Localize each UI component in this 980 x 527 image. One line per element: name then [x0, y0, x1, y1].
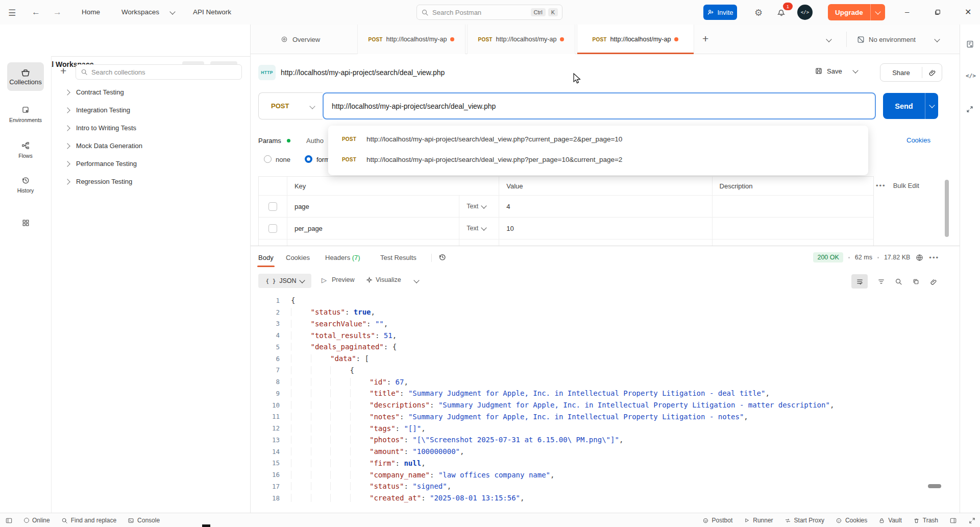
request-tab[interactable]: POSThttp://localhost/my-ap: [577, 25, 694, 54]
wrap-text-button[interactable]: [851, 274, 868, 289]
tab-authorization-partial[interactable]: Autho: [306, 137, 324, 145]
url-suggestion[interactable]: POSThttp://localhost/my-api-project/sear…: [328, 149, 868, 170]
statusbar-item-trash[interactable]: Trash: [913, 517, 938, 524]
statusbar-item-find-and-replace[interactable]: Find and replace: [61, 517, 116, 524]
param-value[interactable]: 4: [499, 196, 712, 217]
param-description[interactable]: [713, 196, 873, 217]
add-collection-button[interactable]: +: [60, 65, 66, 77]
collection-item[interactable]: Contract Testing: [53, 83, 248, 101]
forward-icon[interactable]: →: [53, 7, 62, 17]
collection-item[interactable]: Integration Testing: [53, 101, 248, 119]
response-history-icon[interactable]: [438, 253, 447, 261]
nav-home[interactable]: Home: [82, 8, 100, 16]
new-tab-button[interactable]: +: [702, 33, 708, 45]
param-type-select[interactable]: Text: [459, 218, 499, 239]
body-format-select[interactable]: { } JSON: [258, 274, 311, 288]
response-tab-test-results[interactable]: Test Results: [380, 254, 416, 261]
sidebar-item-flows[interactable]: Flows: [0, 141, 51, 159]
sidebar-item-more[interactable]: [0, 219, 51, 227]
body-mode-none-radio[interactable]: [264, 155, 272, 163]
more-options-icon[interactable]: •••: [876, 182, 886, 189]
response-divider[interactable]: [251, 246, 960, 246]
upgrade-button[interactable]: Upgrade: [828, 4, 885, 20]
bulk-edit-button[interactable]: Bulk Edit: [893, 182, 919, 189]
minimize-button[interactable]: –: [905, 7, 909, 16]
param-key[interactable]: per_page: [287, 218, 459, 239]
sidebar-item-collections[interactable]: Collections: [7, 62, 44, 91]
response-scrollbar[interactable]: [928, 484, 941, 488]
row-checkbox[interactable]: [268, 224, 277, 233]
preview-button[interactable]: Preview: [332, 276, 354, 283]
response-tab-cookies[interactable]: Cookies: [286, 254, 310, 261]
row-checkbox[interactable]: [268, 202, 277, 211]
response-more-options-icon[interactable]: •••: [929, 254, 939, 261]
collection-item[interactable]: Performance Testing: [53, 155, 248, 173]
url-suggestion[interactable]: POSThttp://localhost/my-api-project/sear…: [328, 129, 868, 149]
copy-icon[interactable]: [912, 278, 920, 285]
url-input[interactable]: http://localhost/my-api-project/search/d…: [323, 92, 876, 119]
search-response-icon[interactable]: [895, 278, 902, 285]
tab-params[interactable]: Params: [258, 137, 281, 145]
cookies-link[interactable]: Cookies: [906, 136, 930, 144]
param-type-select[interactable]: Text: [459, 196, 499, 217]
method-select[interactable]: POST: [258, 92, 323, 119]
share-button[interactable]: Share: [880, 69, 922, 77]
param-value[interactable]: 10: [499, 218, 712, 239]
response-body-json[interactable]: 1{2"status": true,3"searchValue": "",4"t…: [255, 295, 949, 504]
request-tab[interactable]: POSThttp://localhost/my-ap: [357, 25, 465, 54]
nav-workspaces[interactable]: Workspaces: [121, 8, 159, 16]
send-button[interactable]: Send: [883, 93, 925, 119]
link-response-icon[interactable]: [929, 278, 937, 285]
environment-selector[interactable]: No environment: [869, 36, 916, 43]
save-button[interactable]: Save: [815, 67, 857, 75]
environment-quick-look-icon[interactable]: [966, 40, 974, 49]
response-tab-headers[interactable]: Headers (7): [325, 254, 360, 261]
statusbar-item-console[interactable]: Console: [128, 517, 160, 524]
response-tab-body[interactable]: Body: [258, 254, 274, 261]
send-options-button[interactable]: [925, 93, 938, 119]
menu-icon[interactable]: ☰: [8, 8, 16, 18]
expand-icon[interactable]: [968, 517, 976, 524]
table-scrollbar[interactable]: [945, 180, 949, 237]
collection-item[interactable]: Mock Data Generation: [53, 137, 248, 155]
visualize-button[interactable]: Visualize: [376, 276, 401, 283]
copy-link-button[interactable]: [922, 68, 942, 77]
body-mode-form-radio[interactable]: [305, 155, 312, 163]
visualize-chevron-icon[interactable]: [413, 277, 419, 283]
nav-api-network[interactable]: API Network: [193, 8, 231, 16]
status-badge[interactable]: 200 OK: [813, 252, 843, 262]
close-button[interactable]: ✕: [965, 7, 971, 17]
maximize-button[interactable]: [934, 9, 941, 16]
filter-icon[interactable]: [877, 278, 885, 285]
sidebar-item-history[interactable]: History: [0, 176, 51, 194]
statusbar-item-vault[interactable]: Vault: [878, 517, 901, 524]
statusbar-item-runner[interactable]: Runner: [744, 517, 773, 524]
statusbar-item-start-proxy[interactable]: Start Proxy: [785, 517, 824, 524]
panel-toggle-icon[interactable]: [949, 517, 957, 524]
response-size[interactable]: 17.82 KB: [884, 254, 910, 261]
invite-button[interactable]: Invite: [703, 5, 737, 20]
sidebar-main-divider[interactable]: [250, 25, 251, 513]
code-snippet-icon[interactable]: </>: [966, 73, 976, 79]
sidebar-item-environments[interactable]: Environments: [0, 105, 51, 123]
collection-item[interactable]: Regression Testing: [53, 173, 248, 190]
globe-icon[interactable]: [915, 253, 924, 262]
save-chevron-icon[interactable]: [852, 67, 858, 73]
global-search-input[interactable]: Search Postman Ctrl K: [416, 5, 562, 20]
response-time[interactable]: 62 ms: [855, 254, 872, 261]
avatar[interactable]: </>: [797, 5, 813, 20]
collection-item[interactable]: Intro to Writing Tests: [53, 119, 248, 137]
request-tab[interactable]: POSThttp://localhost/my-ap: [467, 25, 575, 54]
statusbar-item-postbot[interactable]: Postbot: [702, 517, 733, 524]
param-key[interactable]: page: [287, 196, 459, 217]
param-description[interactable]: [713, 218, 873, 239]
collections-search-input[interactable]: Search collections: [76, 64, 242, 80]
upgrade-caret[interactable]: [870, 4, 885, 20]
resize-arrows-icon[interactable]: [966, 105, 974, 113]
statusbar-item-online[interactable]: Online: [24, 517, 50, 524]
statusbar-item-cookies[interactable]: Cookies: [836, 517, 867, 524]
settings-gear-icon[interactable]: ⚙: [754, 7, 763, 18]
tab-overview[interactable]: Overview: [280, 25, 320, 54]
back-icon[interactable]: ←: [32, 7, 40, 17]
sidebar-toggle-icon[interactable]: [5, 517, 13, 524]
